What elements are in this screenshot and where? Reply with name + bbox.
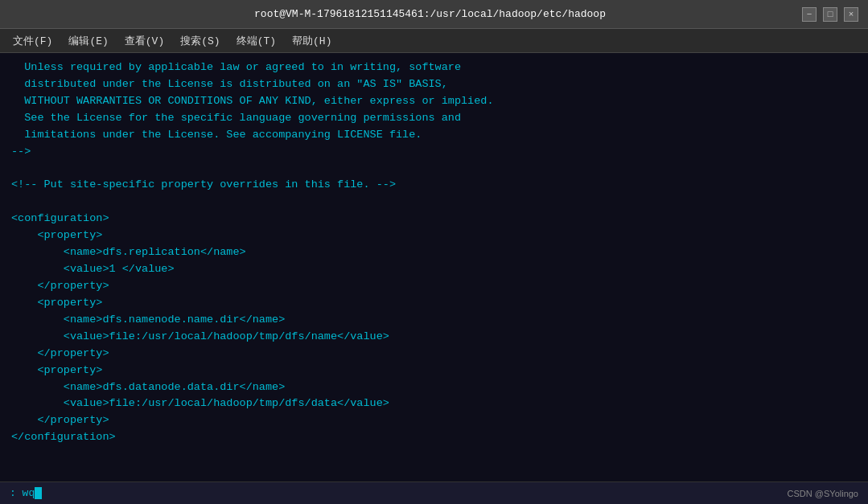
- terminal-body[interactable]: Unless required by applicable law or agr…: [0, 53, 868, 481]
- menu-bar: 文件(F)编辑(E)查看(V)搜索(S)终端(T)帮助(H): [0, 29, 868, 53]
- menu-item[interactable]: 编辑(E): [62, 32, 114, 50]
- maximize-button[interactable]: □: [823, 7, 837, 22]
- menu-item[interactable]: 帮助(H): [286, 32, 338, 50]
- watermark: CSDN @SYolingo: [788, 489, 858, 498]
- minimize-button[interactable]: −: [802, 7, 817, 22]
- menu-item[interactable]: 查看(V): [118, 32, 171, 50]
- window-controls: − □ ×: [802, 7, 858, 22]
- vim-command: : wq: [10, 487, 42, 499]
- terminal-content: Unless required by applicable law or agr…: [11, 59, 857, 446]
- status-bar: : wq CSDN @SYolingo: [0, 481, 868, 504]
- menu-item[interactable]: 搜索(S): [174, 32, 226, 50]
- menu-item[interactable]: 终端(T): [230, 32, 282, 50]
- menu-item[interactable]: 文件(F): [6, 32, 59, 50]
- terminal-window: root@VM-M-17961812151145461:/usr/local/h…: [0, 0, 868, 504]
- window-title: root@VM-M-17961812151145461:/usr/local/h…: [58, 8, 802, 20]
- close-button[interactable]: ×: [844, 7, 858, 22]
- title-bar: root@VM-M-17961812151145461:/usr/local/h…: [0, 0, 868, 29]
